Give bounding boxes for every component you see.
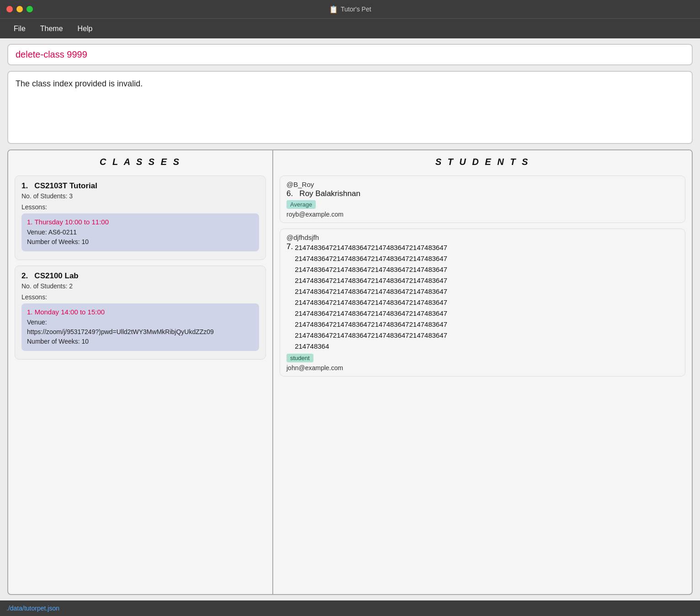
lesson-venue-1-1: Venue: AS6-0211 [27, 228, 254, 237]
student-card-1: @B_Roy 6. Roy Balakrishnan Average royb@… [280, 175, 685, 223]
student-card-2: @djfhdsjfh 7. 21474836472147483647214748… [280, 228, 685, 377]
class-meta-2: No. of Students: 2 [21, 282, 259, 290]
output-text: The class index provided is invalid. [16, 79, 143, 88]
student-number-name-2: 7. 2147483647214748364721474836472147483… [286, 242, 679, 354]
student-handle-2: @djfhdsjfh [286, 234, 679, 241]
student-tag-2: student [286, 354, 313, 362]
command-input[interactable] [16, 49, 684, 60]
menu-file[interactable]: File [7, 23, 32, 35]
student-name-1: 6. Roy Balakrishnan [286, 189, 679, 198]
lesson-card-1-1: 1. Thursday 10:00 to 11:00 Venue: AS6-02… [21, 213, 259, 251]
status-bar: ./data/tutorpet.json [0, 600, 700, 616]
student-handle-1: @B_Roy [286, 181, 679, 188]
student-email-2: john@example.com [286, 364, 679, 372]
class-title-1: 1. CS2103T Tutorial [21, 181, 259, 191]
students-header: S T U D E N T S [273, 150, 692, 172]
close-button[interactable] [6, 6, 13, 12]
student-tag-1: Average [286, 200, 316, 209]
classes-header: C L A S S E S [8, 150, 272, 172]
student-email-1: royb@example.com [286, 211, 679, 218]
students-panel: S T U D E N T S @B_Roy 6. Roy Balakrishn… [273, 150, 692, 594]
student-long-name-2: 2147483647214748364721474836472147483647… [295, 242, 447, 352]
title-bar: 📋 Tutor's Pet [0, 0, 700, 18]
lessons-label-2: Lessons: [21, 293, 259, 301]
output-box: The class index provided is invalid. [7, 71, 693, 144]
lesson-time-1-1: 1. Thursday 10:00 to 11:00 [27, 218, 254, 226]
menu-theme[interactable]: Theme [34, 23, 69, 35]
students-scroll[interactable]: @B_Roy 6. Roy Balakrishnan Average royb@… [273, 172, 692, 594]
classes-scroll[interactable]: 1. CS2103T Tutorial No. of Students: 3 L… [8, 172, 272, 594]
class-card-2: 2. CS2100 Lab No. of Students: 2 Lessons… [15, 266, 266, 360]
lessons-label-1: Lessons: [21, 203, 259, 211]
command-input-wrapper [7, 44, 693, 65]
lesson-weeks-1-1: Number of Weeks: 10 [27, 237, 254, 247]
classes-panel: C L A S S E S 1. CS2103T Tutorial No. of… [8, 150, 273, 594]
class-title-2: 2. CS2100 Lab [21, 271, 259, 281]
lesson-card-2-1: 1. Monday 14:00 to 15:00 Venue: https://… [21, 303, 259, 351]
menu-bar: File Theme Help [0, 18, 700, 38]
class-card-1: 1. CS2103T Tutorial No. of Students: 3 L… [15, 175, 266, 260]
app-title: 📋 Tutor's Pet [329, 5, 371, 14]
maximize-button[interactable] [27, 6, 33, 12]
class-meta-1: No. of Students: 3 [21, 192, 259, 200]
lesson-weeks-2-1: Number of Weeks: 10 [27, 337, 254, 346]
panels: C L A S S E S 1. CS2103T Tutorial No. of… [7, 149, 693, 595]
minimize-button[interactable] [16, 6, 23, 12]
main-content: The class index provided is invalid. C L… [0, 38, 700, 600]
app-icon: 📋 [329, 5, 338, 14]
lesson-time-2-1: 1. Monday 14:00 to 15:00 [27, 308, 254, 316]
menu-help[interactable]: Help [71, 23, 99, 35]
lesson-venue-2-1: Venue: https://zoom/j/95317249?)pwd=Ulld… [27, 318, 254, 337]
traffic-lights [6, 6, 33, 12]
status-text: ./data/tutorpet.json [6, 605, 59, 612]
